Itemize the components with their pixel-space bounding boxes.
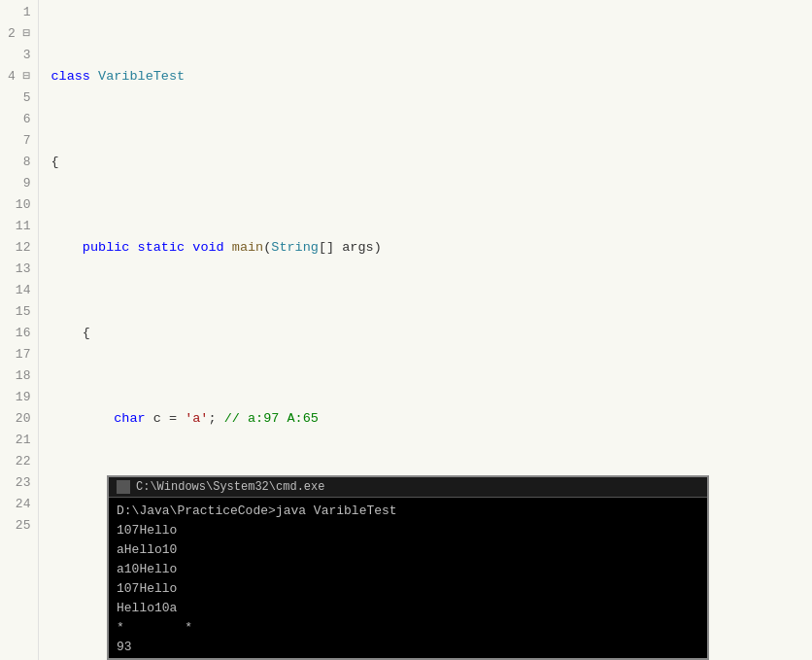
cmd-output-line-4: 107Hello bbox=[117, 579, 699, 599]
cmd-window[interactable]: C:\Windows\System32\cmd.exe D:\Java\Prac… bbox=[107, 475, 709, 660]
cmd-prompt: D:\Java\PracticeCode>java VaribleTest bbox=[117, 502, 699, 521]
cmd-body: D:\Java\PracticeCode>java VaribleTest 10… bbox=[109, 498, 707, 660]
code-line-4: { bbox=[51, 323, 812, 344]
cmd-output-line-3: a10Hello bbox=[117, 560, 699, 579]
cmd-output-line-1: 107Hello bbox=[117, 521, 699, 540]
cmd-output-line-6: * * bbox=[117, 618, 699, 638]
cmd-output-line-5: Hello10a bbox=[117, 599, 699, 618]
code-editor: 1 2 ⊟ 3 4 ⊟ 5 6 7 8 9 10 11 12 13 14 15 … bbox=[0, 0, 812, 660]
code-line-3: public static void main(String[] args) bbox=[51, 237, 812, 259]
code-line-5: char c = 'a'; // a:97 A:65 bbox=[51, 408, 812, 430]
line-numbers: 1 2 ⊟ 3 4 ⊟ 5 6 7 8 9 10 11 12 13 14 15 … bbox=[0, 0, 39, 660]
cmd-output-line-7: 93 bbox=[117, 638, 699, 657]
cmd-title: C:\Windows\System32\cmd.exe bbox=[136, 480, 324, 494]
cmd-icon bbox=[117, 480, 130, 494]
code-line-1: class VaribleTest bbox=[51, 66, 812, 87]
cmd-output-line-2: aHello10 bbox=[117, 540, 699, 560]
code-line-2: { bbox=[51, 152, 812, 173]
cmd-titlebar: C:\Windows\System32\cmd.exe bbox=[109, 477, 707, 498]
